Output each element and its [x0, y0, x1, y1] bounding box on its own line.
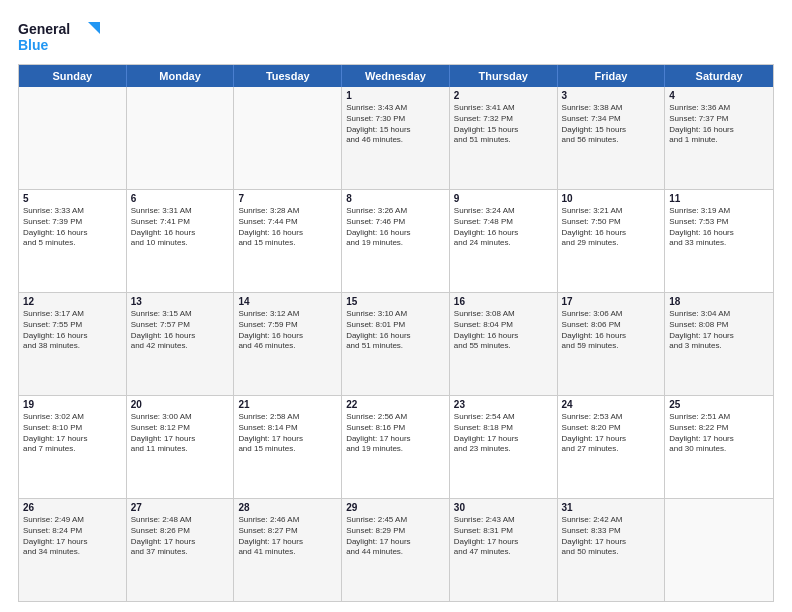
- calendar-header: SundayMondayTuesdayWednesdayThursdayFrid…: [19, 65, 773, 87]
- cell-text: Sunrise: 3:36 AM Sunset: 7:37 PM Dayligh…: [669, 103, 769, 146]
- day-number: 6: [131, 193, 230, 204]
- calendar-cell: 7Sunrise: 3:28 AM Sunset: 7:44 PM Daylig…: [234, 190, 342, 292]
- cell-text: Sunrise: 2:45 AM Sunset: 8:29 PM Dayligh…: [346, 515, 445, 558]
- calendar-cell: 15Sunrise: 3:10 AM Sunset: 8:01 PM Dayli…: [342, 293, 450, 395]
- cell-text: Sunrise: 2:51 AM Sunset: 8:22 PM Dayligh…: [669, 412, 769, 455]
- cell-text: Sunrise: 3:28 AM Sunset: 7:44 PM Dayligh…: [238, 206, 337, 249]
- cell-text: Sunrise: 3:08 AM Sunset: 8:04 PM Dayligh…: [454, 309, 553, 352]
- cell-text: Sunrise: 2:48 AM Sunset: 8:26 PM Dayligh…: [131, 515, 230, 558]
- day-number: 15: [346, 296, 445, 307]
- cell-text: Sunrise: 3:04 AM Sunset: 8:08 PM Dayligh…: [669, 309, 769, 352]
- calendar-cell: 28Sunrise: 2:46 AM Sunset: 8:27 PM Dayli…: [234, 499, 342, 601]
- calendar-cell: 31Sunrise: 2:42 AM Sunset: 8:33 PM Dayli…: [558, 499, 666, 601]
- cell-text: Sunrise: 3:26 AM Sunset: 7:46 PM Dayligh…: [346, 206, 445, 249]
- calendar-row: 19Sunrise: 3:02 AM Sunset: 8:10 PM Dayli…: [19, 395, 773, 498]
- day-number: 8: [346, 193, 445, 204]
- cell-text: Sunrise: 2:42 AM Sunset: 8:33 PM Dayligh…: [562, 515, 661, 558]
- cell-text: Sunrise: 2:56 AM Sunset: 8:16 PM Dayligh…: [346, 412, 445, 455]
- calendar-cell: 1Sunrise: 3:43 AM Sunset: 7:30 PM Daylig…: [342, 87, 450, 189]
- day-number: 19: [23, 399, 122, 410]
- svg-marker-2: [88, 22, 100, 34]
- calendar-cell: 20Sunrise: 3:00 AM Sunset: 8:12 PM Dayli…: [127, 396, 235, 498]
- calendar-cell: 24Sunrise: 2:53 AM Sunset: 8:20 PM Dayli…: [558, 396, 666, 498]
- cell-text: Sunrise: 2:53 AM Sunset: 8:20 PM Dayligh…: [562, 412, 661, 455]
- cell-text: Sunrise: 3:24 AM Sunset: 7:48 PM Dayligh…: [454, 206, 553, 249]
- cell-text: Sunrise: 3:38 AM Sunset: 7:34 PM Dayligh…: [562, 103, 661, 146]
- calendar-row: 1Sunrise: 3:43 AM Sunset: 7:30 PM Daylig…: [19, 87, 773, 189]
- day-number: 7: [238, 193, 337, 204]
- cell-text: Sunrise: 3:21 AM Sunset: 7:50 PM Dayligh…: [562, 206, 661, 249]
- calendar-cell: 18Sunrise: 3:04 AM Sunset: 8:08 PM Dayli…: [665, 293, 773, 395]
- header-cell-monday: Monday: [127, 65, 235, 87]
- cell-text: Sunrise: 3:02 AM Sunset: 8:10 PM Dayligh…: [23, 412, 122, 455]
- cell-text: Sunrise: 3:15 AM Sunset: 7:57 PM Dayligh…: [131, 309, 230, 352]
- calendar-cell: 30Sunrise: 2:43 AM Sunset: 8:31 PM Dayli…: [450, 499, 558, 601]
- day-number: 26: [23, 502, 122, 513]
- cell-text: Sunrise: 3:33 AM Sunset: 7:39 PM Dayligh…: [23, 206, 122, 249]
- calendar-cell: 8Sunrise: 3:26 AM Sunset: 7:46 PM Daylig…: [342, 190, 450, 292]
- header-cell-thursday: Thursday: [450, 65, 558, 87]
- calendar-cell: 19Sunrise: 3:02 AM Sunset: 8:10 PM Dayli…: [19, 396, 127, 498]
- calendar-cell: 3Sunrise: 3:38 AM Sunset: 7:34 PM Daylig…: [558, 87, 666, 189]
- day-number: 18: [669, 296, 769, 307]
- cell-text: Sunrise: 2:46 AM Sunset: 8:27 PM Dayligh…: [238, 515, 337, 558]
- calendar-cell: 16Sunrise: 3:08 AM Sunset: 8:04 PM Dayli…: [450, 293, 558, 395]
- day-number: 27: [131, 502, 230, 513]
- calendar-cell: [234, 87, 342, 189]
- day-number: 28: [238, 502, 337, 513]
- cell-text: Sunrise: 2:58 AM Sunset: 8:14 PM Dayligh…: [238, 412, 337, 455]
- day-number: 24: [562, 399, 661, 410]
- cell-text: Sunrise: 3:31 AM Sunset: 7:41 PM Dayligh…: [131, 206, 230, 249]
- logo: GeneralBlue: [18, 18, 108, 56]
- calendar-cell: 9Sunrise: 3:24 AM Sunset: 7:48 PM Daylig…: [450, 190, 558, 292]
- calendar-cell: 10Sunrise: 3:21 AM Sunset: 7:50 PM Dayli…: [558, 190, 666, 292]
- calendar-cell: 5Sunrise: 3:33 AM Sunset: 7:39 PM Daylig…: [19, 190, 127, 292]
- calendar-cell: 2Sunrise: 3:41 AM Sunset: 7:32 PM Daylig…: [450, 87, 558, 189]
- logo-svg: GeneralBlue: [18, 18, 108, 56]
- calendar-cell: 26Sunrise: 2:49 AM Sunset: 8:24 PM Dayli…: [19, 499, 127, 601]
- day-number: 16: [454, 296, 553, 307]
- calendar-cell: 4Sunrise: 3:36 AM Sunset: 7:37 PM Daylig…: [665, 87, 773, 189]
- calendar: SundayMondayTuesdayWednesdayThursdayFrid…: [18, 64, 774, 602]
- calendar-cell: 17Sunrise: 3:06 AM Sunset: 8:06 PM Dayli…: [558, 293, 666, 395]
- day-number: 22: [346, 399, 445, 410]
- svg-text:General: General: [18, 21, 70, 37]
- day-number: 31: [562, 502, 661, 513]
- calendar-cell: 13Sunrise: 3:15 AM Sunset: 7:57 PM Dayli…: [127, 293, 235, 395]
- calendar-cell: 27Sunrise: 2:48 AM Sunset: 8:26 PM Dayli…: [127, 499, 235, 601]
- day-number: 23: [454, 399, 553, 410]
- cell-text: Sunrise: 3:00 AM Sunset: 8:12 PM Dayligh…: [131, 412, 230, 455]
- day-number: 30: [454, 502, 553, 513]
- calendar-cell: 14Sunrise: 3:12 AM Sunset: 7:59 PM Dayli…: [234, 293, 342, 395]
- header-cell-saturday: Saturday: [665, 65, 773, 87]
- day-number: 10: [562, 193, 661, 204]
- calendar-cell: [665, 499, 773, 601]
- page: GeneralBlue SundayMondayTuesdayWednesday…: [0, 0, 792, 612]
- calendar-body: 1Sunrise: 3:43 AM Sunset: 7:30 PM Daylig…: [19, 87, 773, 601]
- cell-text: Sunrise: 2:54 AM Sunset: 8:18 PM Dayligh…: [454, 412, 553, 455]
- cell-text: Sunrise: 3:17 AM Sunset: 7:55 PM Dayligh…: [23, 309, 122, 352]
- cell-text: Sunrise: 3:19 AM Sunset: 7:53 PM Dayligh…: [669, 206, 769, 249]
- day-number: 25: [669, 399, 769, 410]
- day-number: 20: [131, 399, 230, 410]
- day-number: 9: [454, 193, 553, 204]
- svg-text:Blue: Blue: [18, 37, 49, 53]
- header-cell-friday: Friday: [558, 65, 666, 87]
- calendar-row: 26Sunrise: 2:49 AM Sunset: 8:24 PM Dayli…: [19, 498, 773, 601]
- cell-text: Sunrise: 3:06 AM Sunset: 8:06 PM Dayligh…: [562, 309, 661, 352]
- calendar-cell: 25Sunrise: 2:51 AM Sunset: 8:22 PM Dayli…: [665, 396, 773, 498]
- cell-text: Sunrise: 3:12 AM Sunset: 7:59 PM Dayligh…: [238, 309, 337, 352]
- day-number: 4: [669, 90, 769, 101]
- calendar-cell: 23Sunrise: 2:54 AM Sunset: 8:18 PM Dayli…: [450, 396, 558, 498]
- day-number: 14: [238, 296, 337, 307]
- header-cell-wednesday: Wednesday: [342, 65, 450, 87]
- calendar-cell: [19, 87, 127, 189]
- calendar-cell: 22Sunrise: 2:56 AM Sunset: 8:16 PM Dayli…: [342, 396, 450, 498]
- day-number: 5: [23, 193, 122, 204]
- cell-text: Sunrise: 3:43 AM Sunset: 7:30 PM Dayligh…: [346, 103, 445, 146]
- day-number: 17: [562, 296, 661, 307]
- day-number: 29: [346, 502, 445, 513]
- day-number: 21: [238, 399, 337, 410]
- calendar-cell: [127, 87, 235, 189]
- calendar-row: 5Sunrise: 3:33 AM Sunset: 7:39 PM Daylig…: [19, 189, 773, 292]
